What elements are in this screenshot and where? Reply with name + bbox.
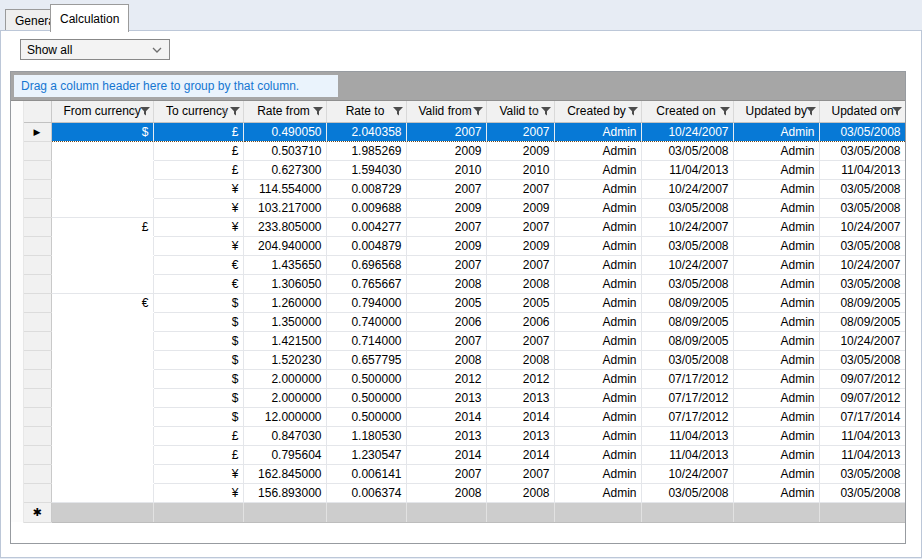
table-row[interactable]: £ 0.6273001.594030 20102010 Admin11/04/2… bbox=[11, 160, 905, 179]
table-row[interactable]: €$ 1.2600000.794000 20052005 Admin08/09/… bbox=[11, 293, 905, 312]
table-row[interactable]: $ 2.0000000.500000 20132013 Admin07/17/2… bbox=[11, 388, 905, 407]
column-header-updated-by[interactable]: Updated by bbox=[733, 101, 819, 122]
row-indicator[interactable] bbox=[23, 293, 51, 312]
sort-ascending-icon: △ bbox=[464, 107, 470, 115]
filter-icon[interactable] bbox=[806, 107, 816, 116]
sort-ascending-icon: △ bbox=[532, 107, 538, 115]
table-row[interactable]: $ 1.4215000.714000 20072007 Admin08/09/2… bbox=[11, 331, 905, 350]
row-indicator[interactable] bbox=[23, 217, 51, 236]
table-row[interactable]: € 1.4356500.696568 20072007 Admin10/24/2… bbox=[11, 255, 905, 274]
column-header-to-currency[interactable]: To currency △ bbox=[153, 101, 243, 122]
column-header-label: Rate from bbox=[257, 104, 310, 118]
table-row[interactable]: ¥ 103.2170000.009688 20092009 Admin03/05… bbox=[11, 198, 905, 217]
filter-icon[interactable] bbox=[628, 107, 638, 116]
column-header-label: Updated by bbox=[746, 104, 807, 118]
group-by-panel[interactable]: Drag a column header here to group by th… bbox=[11, 72, 905, 101]
row-indicator[interactable] bbox=[23, 274, 51, 293]
row-indicator[interactable] bbox=[23, 426, 51, 445]
currency-rates-grid: Drag a column header here to group by th… bbox=[10, 71, 906, 544]
filter-icon[interactable] bbox=[473, 107, 483, 116]
column-header-label: To currency bbox=[166, 104, 228, 118]
filter-icon[interactable] bbox=[230, 107, 240, 116]
new-row-indicator[interactable]: ✱ bbox=[23, 502, 51, 522]
column-header-created-on[interactable]: Created on bbox=[641, 101, 733, 122]
filter-icon[interactable] bbox=[892, 107, 902, 116]
row-indicator[interactable] bbox=[23, 198, 51, 217]
tab-strip: General Calculation bbox=[0, 0, 922, 31]
row-indicator[interactable] bbox=[23, 160, 51, 179]
column-header-valid-from[interactable]: Valid from △ bbox=[406, 101, 486, 122]
tab-calculation-label: Calculation bbox=[60, 12, 119, 26]
table-row[interactable]: $ 1.5202300.657795 20082008 Admin03/05/2… bbox=[11, 350, 905, 369]
table-row[interactable]: ¥ 162.8450000.006141 20072007 Admin10/24… bbox=[11, 464, 905, 483]
column-header-valid-to[interactable]: Valid to △ bbox=[486, 101, 554, 122]
chevron-down-icon bbox=[152, 47, 162, 53]
group-by-hint: Drag a column header here to group by th… bbox=[14, 75, 338, 97]
sort-ascending-icon: △ bbox=[221, 107, 227, 115]
group-by-hint-text: Drag a column header here to group by th… bbox=[21, 79, 299, 93]
new-row-asterisk-icon: ✱ bbox=[32, 506, 41, 518]
tab-calculation[interactable]: Calculation bbox=[50, 4, 129, 32]
filter-icon[interactable] bbox=[313, 107, 323, 116]
sort-ascending-icon: △ bbox=[131, 107, 137, 115]
filter-icon[interactable] bbox=[393, 107, 403, 116]
column-header-label: Created on bbox=[656, 104, 715, 118]
grid-body: ▶ $£ 0.4900502.040358 20072007 Admin10/2… bbox=[11, 122, 905, 502]
column-header-label: Rate to bbox=[346, 104, 385, 118]
column-header-label: Created by bbox=[567, 104, 626, 118]
table-row[interactable]: € 1.3060500.765667 20082008 Admin03/05/2… bbox=[11, 274, 905, 293]
table-row[interactable]: £ 0.8470301.180530 20132013 Admin11/04/2… bbox=[11, 426, 905, 445]
table-row[interactable]: ¥ 114.5540000.008729 20072007 Admin10/24… bbox=[11, 179, 905, 198]
column-header-created-by[interactable]: Created by bbox=[554, 101, 641, 122]
table-row[interactable]: ¥ 204.9400000.004879 20092009 Admin03/05… bbox=[11, 236, 905, 255]
table-row[interactable]: $ 12.0000000.500000 20142014 Admin07/17/… bbox=[11, 407, 905, 426]
row-indicator[interactable] bbox=[23, 312, 51, 331]
table-row[interactable]: $ 2.0000000.500000 20122012 Admin07/17/2… bbox=[11, 369, 905, 388]
row-indicator[interactable] bbox=[23, 445, 51, 464]
current-row-arrow-icon[interactable]: ▶ bbox=[23, 122, 51, 141]
currency-calculation-window: General Calculation Show all Drag a colu… bbox=[0, 0, 922, 559]
new-row[interactable]: ✱ bbox=[11, 502, 905, 522]
column-header-label: From currency bbox=[64, 104, 141, 118]
filter-icon[interactable] bbox=[140, 107, 150, 116]
table-row[interactable]: ¥ 156.8930000.006374 20082008 Admin03/05… bbox=[11, 483, 905, 502]
row-indicator[interactable] bbox=[23, 141, 51, 160]
table-row[interactable]: $ 1.3500000.740000 20062006 Admin08/09/2… bbox=[11, 312, 905, 331]
column-header-rate-from[interactable]: Rate from bbox=[243, 101, 326, 122]
table-row[interactable]: £¥ 233.8050000.004277 20072007 Admin10/2… bbox=[11, 217, 905, 236]
rates-table: From currency △ To currency △ Rate from … bbox=[11, 101, 906, 523]
filter-icon[interactable] bbox=[720, 107, 730, 116]
left-edge-spacer bbox=[11, 101, 23, 122]
row-indicator[interactable] bbox=[23, 331, 51, 350]
filter-icon[interactable] bbox=[541, 107, 551, 116]
column-header-updated-on[interactable]: Updated on bbox=[819, 101, 905, 122]
filter-dropdown-value: Show all bbox=[27, 43, 72, 57]
column-header-rate-to[interactable]: Rate to bbox=[326, 101, 406, 122]
row-indicator[interactable] bbox=[23, 179, 51, 198]
calculation-tab-page: Show all Drag a column header here to gr… bbox=[0, 30, 922, 558]
row-indicator[interactable] bbox=[23, 350, 51, 369]
row-indicator[interactable] bbox=[23, 388, 51, 407]
row-indicator[interactable] bbox=[23, 407, 51, 426]
row-indicator-header bbox=[23, 101, 51, 122]
column-header-from-currency[interactable]: From currency △ bbox=[51, 101, 153, 122]
row-indicator[interactable] bbox=[23, 236, 51, 255]
table-row[interactable]: ▶ $£ 0.4900502.040358 20072007 Admin10/2… bbox=[11, 122, 905, 141]
row-indicator[interactable] bbox=[23, 483, 51, 502]
row-indicator[interactable] bbox=[23, 255, 51, 274]
header-row: From currency △ To currency △ Rate from … bbox=[11, 101, 905, 122]
table-row[interactable]: £ 0.7956041.230547 20142014 Admin11/04/2… bbox=[11, 445, 905, 464]
row-indicator[interactable] bbox=[23, 369, 51, 388]
filter-dropdown[interactable]: Show all bbox=[20, 39, 170, 60]
column-header-label: Updated on bbox=[832, 104, 894, 118]
table-row[interactable]: £ 0.5037101.985269 20092009 Admin03/05/2… bbox=[11, 141, 905, 160]
row-indicator[interactable] bbox=[23, 464, 51, 483]
